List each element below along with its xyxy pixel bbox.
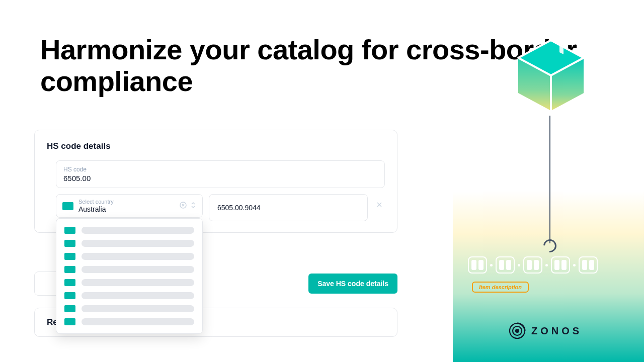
save-button[interactable]: Save HS code details	[308, 274, 397, 294]
country-select[interactable]: Select country Australia	[56, 194, 203, 218]
dropdown-item[interactable]	[62, 237, 196, 250]
dropdown-item[interactable]	[62, 302, 196, 315]
dropdown-item[interactable]	[62, 250, 196, 263]
svg-point-3	[516, 329, 519, 332]
country-dropdown	[56, 218, 203, 334]
zonos-logo-icon	[508, 322, 526, 340]
illustration-panel: Item description ZONOS	[453, 0, 644, 362]
item-description-badge: Item description	[472, 282, 529, 293]
dropdown-item[interactable]	[62, 315, 196, 328]
hs-code-card: HS code details HS code 6505.00 Select c…	[34, 130, 397, 233]
brand-logo: ZONOS	[508, 322, 582, 340]
hs-code-input[interactable]: HS code 6505.00	[56, 160, 385, 188]
hs-code-label: HS code	[63, 166, 377, 173]
dropdown-item[interactable]	[62, 263, 196, 276]
country-flag-icon	[62, 202, 73, 210]
connector-line	[549, 116, 550, 243]
remove-row-button[interactable]	[374, 194, 385, 215]
country-label: Select country	[78, 199, 174, 205]
brand-name: ZONOS	[531, 325, 582, 337]
package-box-icon	[513, 35, 589, 111]
hs-code-value: 6505.00	[63, 174, 377, 183]
country-value: Australia	[78, 205, 174, 213]
card-title: HS code details	[47, 141, 385, 151]
dropdown-item[interactable]	[62, 289, 196, 302]
dropdown-item[interactable]	[62, 224, 196, 237]
country-hs-code-input[interactable]: 6505.00.9044	[209, 194, 368, 221]
chevron-sort-icon	[190, 201, 196, 211]
hs-code-graphic	[468, 256, 598, 274]
clear-icon[interactable]	[179, 201, 187, 211]
dropdown-item[interactable]	[62, 276, 196, 289]
